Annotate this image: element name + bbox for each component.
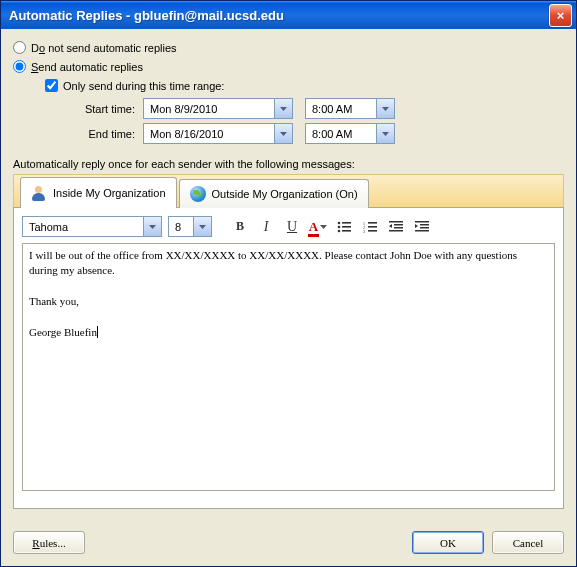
dialog-footer: Rules... OK Cancel (13, 531, 564, 554)
radio-do-not-send[interactable]: Do not send automatic replies (13, 41, 564, 54)
svg-rect-12 (389, 221, 403, 223)
radio-send-input[interactable] (13, 60, 26, 73)
bold-button[interactable]: B (230, 217, 250, 237)
svg-rect-1 (342, 222, 351, 224)
message-editor[interactable]: I will be out of the office from XX/XX/X… (22, 243, 555, 491)
format-toolbar: Tahoma 8 B I U A 123 (22, 216, 555, 237)
start-date-combo[interactable]: Mon 8/9/2010 (143, 98, 293, 119)
italic-button[interactable]: I (256, 217, 276, 237)
radio-do-not-send-input[interactable] (13, 41, 26, 54)
tab-outside-org[interactable]: Outside My Organization (On) (179, 179, 369, 208)
start-time-label: Start time: (45, 103, 135, 115)
close-button[interactable]: × (549, 4, 572, 27)
svg-rect-13 (394, 224, 403, 226)
svg-point-2 (338, 225, 341, 228)
checkbox-time-range-input[interactable] (45, 79, 58, 92)
svg-rect-18 (420, 227, 429, 229)
bullet-list-button[interactable] (334, 217, 354, 237)
close-icon: × (557, 8, 565, 23)
automatic-replies-dialog: Automatic Replies - gbluefin@mail.ucsd.e… (0, 0, 577, 567)
svg-point-0 (338, 221, 341, 224)
section-label: Automatically reply once for each sender… (13, 158, 564, 170)
outdent-button[interactable] (386, 217, 406, 237)
tab-content: Tahoma 8 B I U A 123 (13, 207, 564, 509)
svg-rect-17 (420, 224, 429, 226)
end-time-label: End time: (45, 128, 135, 140)
text-caret (97, 326, 98, 338)
start-time-combo[interactable]: 8:00 AM (305, 98, 395, 119)
ok-button[interactable]: OK (412, 531, 484, 554)
numbered-list-button[interactable]: 123 (360, 217, 380, 237)
end-date-combo[interactable]: Mon 8/16/2010 (143, 123, 293, 144)
chevron-down-icon (274, 99, 292, 118)
person-icon (31, 185, 47, 201)
svg-rect-16 (415, 221, 429, 223)
svg-point-4 (338, 229, 341, 232)
font-color-icon: A (309, 219, 318, 235)
checkbox-time-range[interactable]: Only send during this time range: (45, 79, 564, 92)
font-size-combo[interactable]: 8 (168, 216, 212, 237)
chevron-down-icon (320, 225, 327, 229)
font-color-button[interactable]: A (308, 217, 328, 237)
message-line: George Bluefin (29, 326, 97, 338)
svg-rect-15 (389, 230, 403, 232)
svg-text:3: 3 (363, 228, 365, 233)
rules-button[interactable]: Rules... (13, 531, 85, 554)
tab-strip: Inside My Organization Outside My Organi… (13, 174, 564, 207)
message-line: I will be out of the office from XX/XX/X… (29, 248, 548, 279)
end-time-combo[interactable]: 8:00 AM (305, 123, 395, 144)
underline-button[interactable]: U (282, 217, 302, 237)
indent-button[interactable] (412, 217, 432, 237)
tab-inside-org[interactable]: Inside My Organization (20, 177, 177, 208)
chevron-down-icon (274, 124, 292, 143)
svg-rect-3 (342, 226, 351, 228)
message-line: Thank you, (29, 294, 548, 309)
svg-rect-7 (368, 222, 377, 224)
cancel-button[interactable]: Cancel (492, 531, 564, 554)
radio-send[interactable]: Send automatic replies (13, 60, 564, 73)
chevron-down-icon (193, 217, 211, 236)
globe-icon (190, 186, 206, 202)
chevron-down-icon (143, 217, 161, 236)
title-bar[interactable]: Automatic Replies - gbluefin@mail.ucsd.e… (1, 1, 576, 29)
chevron-down-icon (376, 99, 394, 118)
chevron-down-icon (376, 124, 394, 143)
window-title: Automatic Replies - gbluefin@mail.ucsd.e… (9, 8, 284, 23)
font-combo[interactable]: Tahoma (22, 216, 162, 237)
svg-rect-19 (415, 230, 429, 232)
svg-rect-9 (368, 226, 377, 228)
svg-rect-11 (368, 230, 377, 232)
svg-rect-14 (394, 227, 403, 229)
svg-rect-5 (342, 230, 351, 232)
